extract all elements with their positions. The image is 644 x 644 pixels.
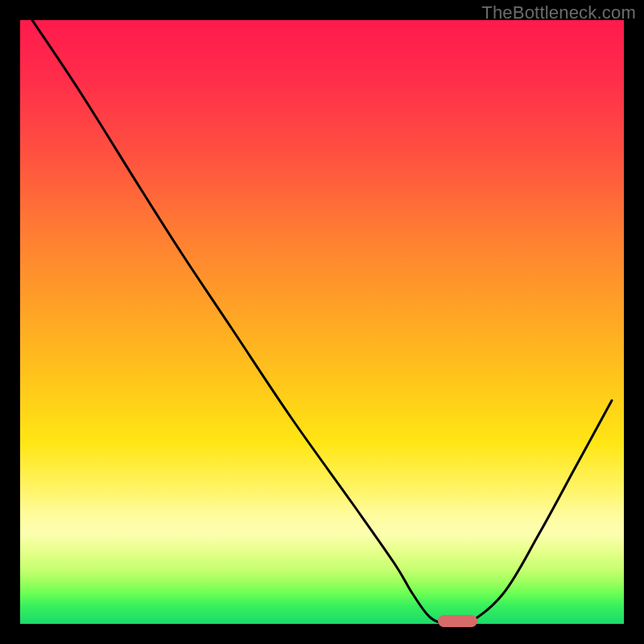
plot-area — [20, 20, 624, 624]
line-plot-svg — [20, 20, 624, 624]
chart-container: TheBottleneck.com — [0, 0, 644, 644]
watermark-label: TheBottleneck.com — [481, 2, 636, 23]
bottleneck-curve — [32, 20, 612, 624]
optimal-marker — [438, 615, 477, 627]
